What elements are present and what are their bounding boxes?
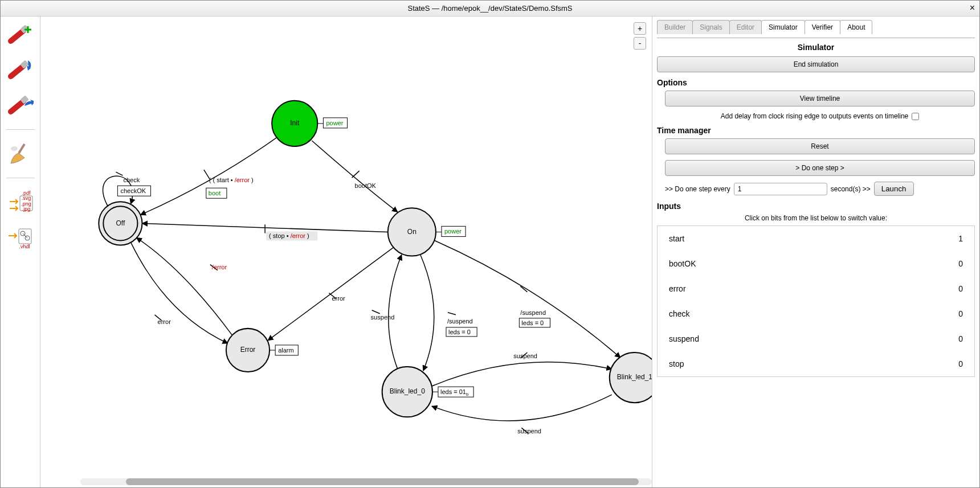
clean-button[interactable] — [5, 140, 36, 167]
edge-labels: ( ( start • /error ) boot bootOK check c… — [117, 177, 550, 434]
toolbar-separator-2 — [6, 178, 35, 178]
svg-text:On: On — [407, 228, 416, 236]
edge-on-blink0[interactable] — [420, 255, 434, 371]
one-step-button[interactable]: > Do one step > — [665, 160, 975, 176]
time-manager-heading: Time manager — [657, 126, 975, 135]
state-error[interactable]: Error alarm — [226, 329, 298, 372]
export-vhdl-button[interactable]: .vhdl — [5, 224, 36, 251]
panel-title: Simulator — [657, 43, 975, 52]
export-vhdl-icon: .vhdl — [7, 225, 34, 249]
inputs-list: start 1 bootOK 0 error 0 check 0 — [657, 225, 975, 377]
svg-text:boot: boot — [209, 190, 220, 196]
zoom-in-button[interactable]: + — [634, 22, 646, 35]
edge-blink1-blink0-bot[interactable] — [432, 395, 612, 421]
input-row-error[interactable]: error 0 — [658, 276, 974, 301]
svg-text:( stop • /error ): ( stop • /error ) — [269, 232, 309, 239]
input-row-bootok[interactable]: bootOK 0 — [658, 251, 974, 276]
svg-text:power: power — [326, 120, 343, 126]
svg-text:power: power — [444, 228, 462, 235]
usb-plus-icon — [7, 23, 34, 47]
state-init[interactable]: Init power — [272, 101, 347, 146]
toolbar-separator — [6, 129, 35, 130]
step-suffix-label: second(s) >> — [831, 185, 871, 193]
edge-error-off[interactable] — [136, 237, 231, 334]
svg-text:Error: Error — [240, 346, 256, 354]
tab-about[interactable]: About — [840, 20, 872, 34]
reload-button[interactable] — [5, 92, 36, 119]
svg-text:/error: /error — [212, 264, 227, 270]
zoom-out-button[interactable]: - — [634, 37, 646, 50]
broom-icon — [7, 142, 34, 166]
svg-rect-9 — [19, 229, 31, 244]
svg-text:Blink_led_0: Blink_led_0 — [390, 387, 425, 395]
svg-text:suspend: suspend — [371, 314, 395, 321]
new-file-button[interactable] — [5, 21, 36, 48]
horizontal-scrollbar[interactable] — [80, 478, 652, 485]
svg-text:( ( start • /error ): ( ( start • /error ) — [209, 177, 254, 183]
svg-text:Init: Init — [290, 119, 300, 127]
side-panel: Builder Signals Editor Simulator Verifie… — [652, 17, 979, 487]
input-row-suspend[interactable]: suspend 0 — [658, 326, 974, 351]
svg-text:.jpg: .jpg — [22, 206, 30, 212]
svg-text:/suspend: /suspend — [520, 309, 546, 316]
export-image-button[interactable]: .pdf .svg .png .jpg — [5, 188, 36, 216]
svg-text:error: error — [332, 295, 345, 302]
panel-tabs: Builder Signals Editor Simulator Verifie… — [657, 20, 975, 34]
diagram-canvas[interactable]: + - — [40, 17, 652, 487]
state-blink1[interactable]: Blink_led_1 leds = 10b — [610, 352, 652, 403]
inputs-note: Click on bits from the list below to swi… — [657, 214, 975, 222]
svg-text:checkOK: checkOK — [120, 187, 146, 194]
state-blink0[interactable]: Blink_led_0 leds = 01b — [382, 367, 473, 417]
edge-blink0-on-suspend[interactable] — [389, 255, 402, 370]
svg-text:suspend: suspend — [517, 428, 541, 434]
svg-text:leds = 0: leds = 0 — [521, 319, 544, 326]
step-value-input[interactable] — [734, 183, 827, 195]
edge-off-error[interactable] — [130, 242, 227, 343]
svg-line-14 — [352, 171, 360, 178]
svg-line-15 — [116, 172, 122, 175]
input-row-check[interactable]: check 0 — [658, 301, 974, 326]
delay-checkbox[interactable] — [912, 113, 919, 120]
tab-simulator[interactable]: Simulator — [761, 20, 805, 34]
svg-point-3 — [11, 146, 18, 151]
svg-text:Off: Off — [116, 219, 125, 227]
usb-arrow-down-icon — [7, 58, 34, 82]
options-heading: Options — [657, 78, 975, 87]
edge-on-blink1[interactable] — [435, 240, 620, 358]
svg-text:Blink_led_1: Blink_led_1 — [617, 373, 652, 381]
tab-signals[interactable]: Signals — [692, 20, 729, 34]
window-title: StateS — /home/epok__/dev/StateS/Demo.Sf… — [407, 4, 572, 13]
state-on[interactable]: On power — [388, 208, 466, 256]
tab-builder[interactable]: Builder — [657, 20, 693, 34]
launch-button[interactable]: Launch — [874, 182, 914, 196]
input-row-start[interactable]: start 1 — [658, 226, 974, 251]
end-simulation-button[interactable]: End simulation — [657, 56, 975, 72]
svg-text:/suspend: /suspend — [447, 318, 473, 325]
svg-text:.vhdl: .vhdl — [19, 244, 30, 249]
svg-text:error: error — [158, 318, 172, 325]
svg-text:alarm: alarm — [278, 347, 294, 354]
view-timeline-button[interactable]: View timeline — [665, 91, 975, 106]
edge-init-on[interactable] — [312, 141, 397, 212]
reset-button[interactable]: Reset — [665, 138, 975, 154]
delay-label: Add delay from clock rising edge to outp… — [721, 112, 909, 120]
scrollbar-thumb[interactable] — [126, 478, 639, 485]
export-image-icon: .pdf .svg .png .jpg — [7, 190, 34, 214]
usb-arrow-up-icon — [7, 93, 34, 117]
state-off[interactable]: Off — [99, 202, 142, 245]
close-icon[interactable]: × — [970, 3, 975, 13]
state-diagram: ( ( start • /error ) boot bootOK check c… — [40, 17, 652, 487]
svg-text:suspend: suspend — [513, 352, 537, 359]
tab-verifier[interactable]: Verifier — [805, 20, 840, 34]
step-prefix-label: >> Do one step every — [665, 185, 730, 193]
inputs-heading: Inputs — [657, 202, 975, 211]
tab-editor[interactable]: Editor — [729, 20, 762, 34]
svg-text:leds = 0: leds = 0 — [448, 329, 471, 335]
open-file-button[interactable] — [5, 56, 36, 84]
svg-text:.svg: .svg — [21, 195, 31, 201]
left-toolbar: .pdf .svg .png .jpg .vhdl — [1, 17, 40, 487]
input-row-stop[interactable]: stop 0 — [658, 351, 974, 376]
svg-line-21 — [448, 313, 456, 315]
edge-blink0-blink1-top[interactable] — [432, 362, 612, 386]
svg-text:check: check — [123, 177, 140, 183]
